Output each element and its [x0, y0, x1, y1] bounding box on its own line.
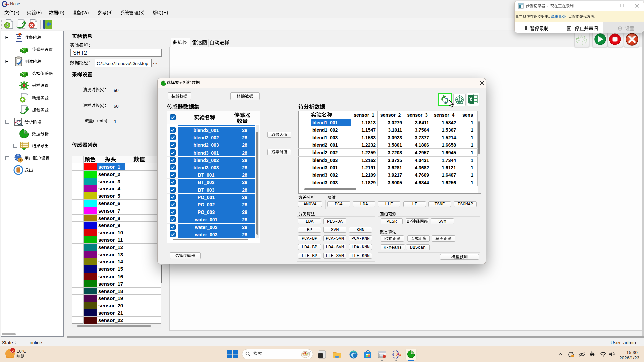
- svg-text:Nose: Nose: [4, 3, 9, 6]
- svg-text:Nose: Nose: [396, 353, 401, 356]
- svg-text:5: 5: [12, 348, 14, 352]
